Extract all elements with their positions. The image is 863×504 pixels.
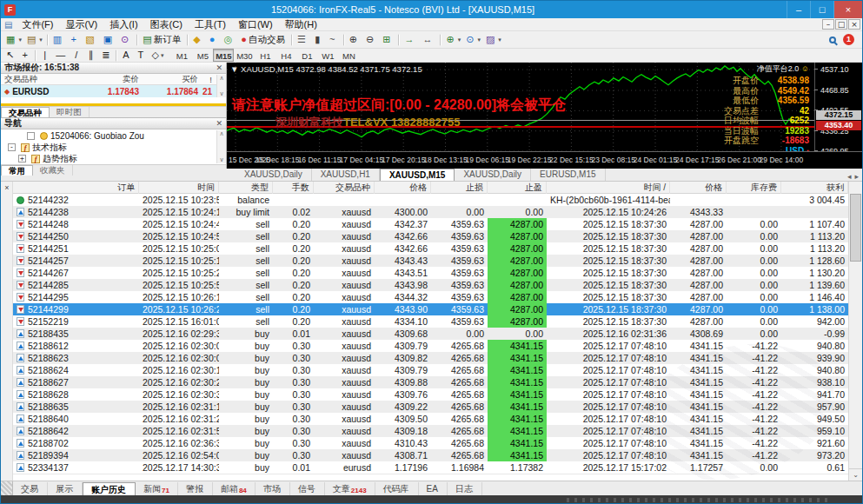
menu-item[interactable]: 窗口(W) — [232, 19, 279, 30]
toolbar-button[interactable]: ▤新订单 — [140, 32, 185, 47]
terminal-close-icon[interactable]: × — [1, 182, 13, 192]
drawing-tool-button[interactable]: | — [38, 48, 53, 63]
drawing-tool-button[interactable]: + — [18, 48, 33, 63]
toolbar-button[interactable]: ☰ — [295, 32, 312, 47]
scroll-down-icon[interactable]: ⌄ — [849, 468, 862, 481]
terminal-tab[interactable]: 展示 — [48, 482, 83, 495]
chart-tab[interactable]: EURUSD,M15 — [531, 169, 605, 181]
timeframe-button[interactable]: D1 — [296, 49, 317, 62]
toolbar-button[interactable]: ⊙▾ — [463, 32, 483, 47]
scrollbar-thumb[interactable] — [850, 194, 861, 262]
market-watch-tab[interactable]: 即时图 — [50, 107, 90, 117]
toolbar-button[interactable]: → — [402, 32, 420, 47]
table-row[interactable]: 52188640 2025.12.16 02:31:25 buy 0.30 xa… — [13, 413, 848, 425]
table-row[interactable]: 52144299 2025.12.15 10:26:28 sell 0.20 x… — [13, 303, 848, 315]
chart-plot-area[interactable]: ▼ XAUUSD,M15 4372.98 4384.52 4371.75 437… — [227, 63, 814, 151]
toolbar-button[interactable] — [136, 34, 138, 46]
tree-expand-icon[interactable]: - — [8, 143, 16, 151]
close-button[interactable]: × — [833, 1, 862, 18]
table-row[interactable]: 52188635 2025.12.16 02:31:10 buy 0.30 xa… — [13, 401, 848, 413]
market-watch-scrollbar[interactable]: ∧∨ — [216, 75, 226, 97]
search-icon[interactable] — [829, 36, 836, 43]
column-header[interactable]: 时间 / — [547, 182, 670, 194]
terminal-tab[interactable]: EA — [419, 482, 448, 495]
table-row[interactable]: 52188642 2025.12.16 02:31:53 buy 0.30 xa… — [13, 425, 848, 437]
terminal-tab[interactable]: 信号 — [290, 482, 325, 495]
drawing-tool-button[interactable]: / — [70, 48, 84, 63]
child-close-icon[interactable]: × — [848, 19, 860, 30]
toolbar-button[interactable]: ●自动交易 — [238, 32, 289, 47]
navigator-tab[interactable]: 收藏夹 — [33, 165, 73, 176]
minimize-button[interactable]: – — [787, 1, 810, 18]
toolbar-button[interactable]: ⊞ — [380, 32, 396, 47]
table-row[interactable]: 52188435 2025.12.16 02:29:30 buy 0.01 xa… — [13, 328, 848, 340]
toolbar-button[interactable] — [398, 34, 400, 46]
toolbar-button[interactable]: ◆ — [190, 32, 206, 47]
column-header[interactable]: 库存费 — [727, 182, 781, 194]
terminal-tab[interactable]: 市场 — [256, 482, 290, 495]
terminal-tab[interactable]: 代码库 — [375, 482, 419, 495]
table-row[interactable]: 52188702 2025.12.16 02:36:39 buy 0.30 xa… — [13, 437, 848, 449]
table-row[interactable]: 52188623 2025.12.16 02:30:09 buy 0.30 xa… — [13, 352, 848, 364]
toolbar-button[interactable] — [187, 34, 189, 46]
toolbar-button[interactable]: ● — [207, 32, 222, 47]
panel-close-icon[interactable]: ✕ — [216, 119, 222, 128]
toolbar-button[interactable]: ⊖ — [363, 32, 380, 47]
market-watch-row[interactable]: ◆EURUSD 1.17843 1.17864 21 — [1, 85, 226, 97]
toolbar-button[interactable]: ↔ — [420, 32, 438, 47]
navigator-tree-item[interactable]: 15204066: Guobiao Zou — [1, 130, 226, 142]
menu-item[interactable]: 插入(I) — [103, 19, 143, 30]
drawing-tool-button[interactable]: ↖ — [3, 48, 18, 63]
table-row[interactable]: 52144295 2025.12.15 10:26:13 sell 0.20 x… — [13, 291, 848, 303]
table-row[interactable]: 52144285 2025.12.15 10:25:54 sell 0.20 x… — [13, 279, 848, 291]
toolbar-button[interactable] — [343, 34, 345, 46]
column-header[interactable]: 获利 — [781, 182, 848, 194]
timeframe-button[interactable]: W1 — [317, 49, 338, 62]
chart-tab[interactable]: XAUUSD,M15 — [380, 169, 455, 181]
toolbar-button[interactable]: ◎ — [222, 32, 239, 47]
toolbar-button[interactable] — [440, 34, 441, 46]
timeframe-button[interactable]: H4 — [275, 49, 296, 62]
table-row[interactable]: 52144257 2025.12.15 10:25:12 sell 0.20 x… — [13, 255, 848, 267]
table-row[interactable]: 52189394 2025.12.16 02:54:01 buy 0.30 xa… — [13, 449, 848, 461]
drawing-tool-button[interactable]: T — [134, 48, 149, 63]
toolbar-button[interactable]: ▦▾ — [3, 32, 24, 47]
column-header[interactable]: 价格 — [375, 182, 431, 194]
price-scale[interactable]: 4537.104468.854402.554336.254269.95 4372… — [814, 63, 862, 151]
column-header[interactable]: 止损 — [431, 182, 488, 194]
table-row[interactable]: 52334137 2025.12.17 14:30:31 buy 0.01 eu… — [13, 461, 848, 474]
column-header[interactable]: 交易品种 — [314, 182, 375, 194]
tree-expand-icon[interactable]: + — [18, 155, 26, 162]
toolbar-button[interactable]: ▧ — [83, 32, 100, 47]
table-row[interactable]: 52144248 2025.12.15 10:24:47 sell 0.20 x… — [13, 218, 848, 230]
toolbar-button[interactable]: ⊕ — [347, 32, 363, 47]
menu-item[interactable]: 工具(T) — [189, 19, 232, 30]
menu-item[interactable]: 文件(F) — [16, 19, 59, 30]
table-row[interactable]: 52144238 2025.12.15 10:24:10 buy limit 0… — [13, 206, 848, 218]
table-row[interactable]: 52152219 2025.12.15 16:01:09 sell 0.20 x… — [13, 315, 848, 328]
terminal-tab[interactable]: 新闻71 — [136, 482, 178, 495]
terminal-tab[interactable]: 账户历史 — [83, 482, 136, 495]
table-scrollbar[interactable]: ⌄ — [848, 182, 862, 481]
timeframe-button[interactable]: MN — [338, 49, 359, 62]
market-watch-tab[interactable]: 交易品种 — [1, 107, 50, 117]
column-header[interactable]: 止盈 — [488, 182, 547, 194]
menu-item[interactable]: 帮助(H) — [279, 19, 323, 30]
drawing-tool-button[interactable] — [35, 50, 37, 62]
column-header[interactable]: 价格 — [670, 182, 727, 194]
column-header[interactable]: 时间 — [139, 182, 219, 194]
terminal-tab[interactable]: 文章2143 — [325, 482, 375, 495]
column-header[interactable]: 手数 — [273, 182, 314, 194]
tree-expand-icon[interactable] — [27, 132, 35, 140]
toolbar-button[interactable]: ▤▾ — [24, 32, 45, 47]
drawing-tool-button[interactable]: ◇▾ — [149, 48, 166, 63]
table-row[interactable]: 52188624 2025.12.16 02:30:15 buy 0.30 xa… — [13, 364, 848, 376]
table-row[interactable]: 52144250 2025.12.15 10:24:55 sell 0.20 x… — [13, 230, 848, 242]
chart-tab[interactable]: XAUUSD,Daily — [236, 169, 312, 181]
table-row[interactable]: 52144232 2025.12.15 10:23:53 balance KH-… — [13, 194, 848, 206]
chart-tab[interactable]: XAUUSD,Daily — [455, 169, 531, 181]
drawing-tool-button[interactable]: ≣ — [99, 48, 114, 63]
toolbar-button[interactable]: ⊙ — [118, 32, 135, 47]
drawing-tool-button[interactable]: A — [119, 48, 134, 63]
toolbar-button[interactable] — [291, 34, 293, 46]
